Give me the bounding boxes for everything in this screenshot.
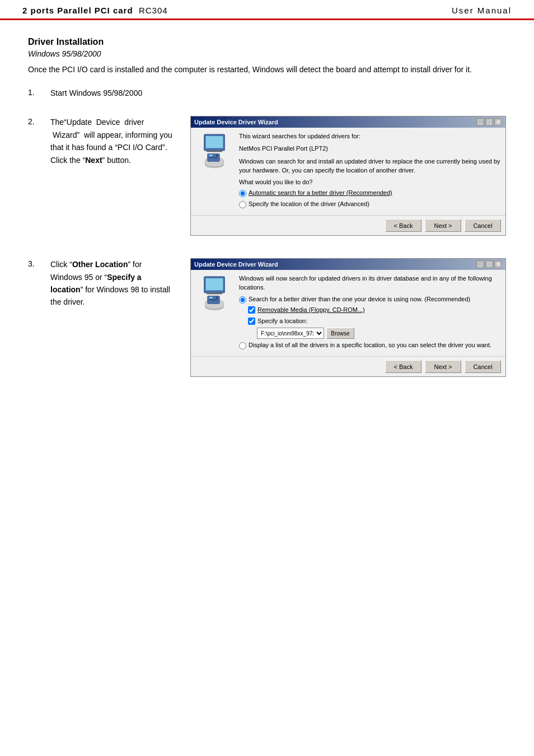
section-title: Driver Installation xyxy=(28,37,506,47)
dialog-1-radio-2-input[interactable] xyxy=(239,201,246,208)
step-2: 2. The“Update Device driver Wizard” will… xyxy=(28,116,506,236)
dialog-1-line2: NetMos PCI Parallel Port (LPT2) xyxy=(239,144,501,153)
svg-rect-15 xyxy=(208,291,221,293)
dialog-2-footer: < Back Next > Cancel xyxy=(191,356,505,376)
dialog-2-radio-1-input[interactable] xyxy=(239,296,246,304)
dialog-2-next-button[interactable]: Next > xyxy=(425,360,461,373)
dialog-1-close[interactable]: ✕ xyxy=(494,118,502,126)
dialog-2-check-1-label: Removable Media (Floppy, CD-ROM...) xyxy=(257,306,365,314)
dialog-2-line1: Windows will now search for updated driv… xyxy=(239,274,501,292)
dialog-2-title: Update Device Driver Wizard xyxy=(194,261,278,268)
dialog-1-minimize[interactable]: _ xyxy=(476,118,484,126)
dialog-1-line3: Windows can search for and install an up… xyxy=(239,157,501,175)
step-3-text: Click “Other Location” for Windows 95 or… xyxy=(50,258,174,309)
dialog-2-close[interactable]: ✕ xyxy=(494,260,502,268)
svg-rect-12 xyxy=(209,157,218,158)
header-title: 2 ports Parallel PCI card RC304 xyxy=(22,6,168,15)
dialog-1-content: This wizard searches for updated drivers… xyxy=(239,132,501,211)
dialog-1-controls: _ □ ✕ xyxy=(476,118,502,126)
dialog-1-line1: This wizard searches for updated drivers… xyxy=(239,132,501,141)
dialog-1-body: This wizard searches for updated drivers… xyxy=(191,128,505,215)
dialog-2-check-2-input[interactable] xyxy=(248,318,255,325)
dialog-2-maximize[interactable]: □ xyxy=(485,260,493,268)
header-manual: User Manual xyxy=(452,6,512,15)
dialog-2-body: Windows will now search for updated driv… xyxy=(191,270,505,356)
dialog-1-next-button[interactable]: Next > xyxy=(425,219,461,232)
dialog-2-radio-1-label: Search for a better driver than the one … xyxy=(249,295,470,304)
dialog-2-radio-2: Display a list of all the drivers in a s… xyxy=(239,341,501,349)
svg-rect-16 xyxy=(207,293,222,294)
dialog-1-cancel-button[interactable]: Cancel xyxy=(465,219,501,232)
step-1-number: 1. xyxy=(28,87,50,97)
step-2-number: 2. xyxy=(28,116,50,126)
dialog-1-radio-2: Specify the location of the driver (Adva… xyxy=(239,200,501,208)
dialog-1-radio-group: Automatic search for a better driver (Re… xyxy=(239,189,501,208)
dialog-2-check-1: Removable Media (Floppy, CD-ROM...) xyxy=(248,306,501,314)
dialog-1-footer: < Back Next > Cancel xyxy=(191,215,505,235)
dialog-2-minimize[interactable]: _ xyxy=(476,260,484,268)
section-subtitle: Windows 95/98/2000 xyxy=(28,49,506,58)
svg-rect-25 xyxy=(209,300,218,301)
svg-rect-10 xyxy=(209,155,213,156)
svg-rect-3 xyxy=(207,151,222,152)
dialog-2-location-row: F:\pci_io\nm98xx_97xt\wi Browse xyxy=(257,328,501,339)
svg-rect-1 xyxy=(206,136,223,148)
dialog-1-title: Update Device Driver Wizard xyxy=(194,119,278,125)
dialog-2-check-2-label: Specify a location: xyxy=(257,317,307,325)
step-1-text: Start Windows 95/98/2000 xyxy=(50,87,142,99)
dialog-2-radio-1: Search for a better driver than the one … xyxy=(239,295,501,304)
dialog-2-radio-2-input[interactable] xyxy=(239,342,246,349)
dialog-2-controls: _ □ ✕ xyxy=(476,260,502,268)
dialog-2-content: Windows will now search for updated driv… xyxy=(239,274,501,352)
wizard-dialog-2: Update Device Driver Wizard _ □ ✕ xyxy=(190,258,506,377)
dialog-1-icon xyxy=(195,132,235,211)
svg-rect-2 xyxy=(208,149,221,151)
dialog-2-browse-button[interactable]: Browse xyxy=(326,328,354,339)
intro-text: Once the PCI I/O card is installed and t… xyxy=(28,64,506,76)
page-header: 2 ports Parallel PCI card RC304 User Man… xyxy=(0,0,534,20)
svg-rect-14 xyxy=(206,278,223,291)
dialog-2-titlebar: Update Device Driver Wizard _ □ ✕ xyxy=(191,259,505,270)
dialog-1-maximize[interactable]: □ xyxy=(485,118,493,126)
dialog-2-check-1-input[interactable] xyxy=(248,306,255,314)
dialog-2-suboptions: Removable Media (Floppy, CD-ROM...) Spec… xyxy=(248,306,501,339)
step-2-text: The“Update Device driver Wizard” will ap… xyxy=(50,116,174,166)
wizard-dialog-1: Update Device Driver Wizard _ □ ✕ xyxy=(190,116,506,236)
step-3: 3. Click “Other Location” for Windows 95… xyxy=(28,258,506,377)
dialog-2-radio-2-label: Display a list of all the drivers in a s… xyxy=(249,341,491,349)
svg-point-24 xyxy=(216,297,218,298)
svg-rect-23 xyxy=(209,297,213,298)
dialog-2-cancel-button[interactable]: Cancel xyxy=(465,360,501,373)
dialog-1-radio-1: Automatic search for a better driver (Re… xyxy=(239,189,501,197)
page-content: Driver Installation Windows 95/98/2000 O… xyxy=(0,20,534,416)
dialog-1-question: What would you like to do? xyxy=(239,178,501,186)
dialog-2-check-2: Specify a location: xyxy=(248,317,501,325)
dialog-2-icon xyxy=(195,274,235,352)
dialog-1-radio-1-label: Automatic search for a better driver (Re… xyxy=(249,189,392,197)
step-1: 1. Start Windows 95/98/2000 xyxy=(28,87,506,99)
dialog-2-radio-group: Search for a better driver than the one … xyxy=(239,295,501,350)
dialog-2-back-button[interactable]: < Back xyxy=(385,360,421,373)
dialog-1-radio-2-label: Specify the location of the driver (Adva… xyxy=(249,200,369,208)
svg-point-11 xyxy=(216,155,218,156)
dialog-1-back-button[interactable]: < Back xyxy=(385,219,421,232)
dialog-1-radio-1-input[interactable] xyxy=(239,190,246,197)
step-3-number: 3. xyxy=(28,258,50,268)
dialog-1-titlebar: Update Device Driver Wizard _ □ ✕ xyxy=(191,116,505,128)
dialog-2-location-select[interactable]: F:\pci_io\nm98xx_97xt\wi xyxy=(257,328,324,339)
